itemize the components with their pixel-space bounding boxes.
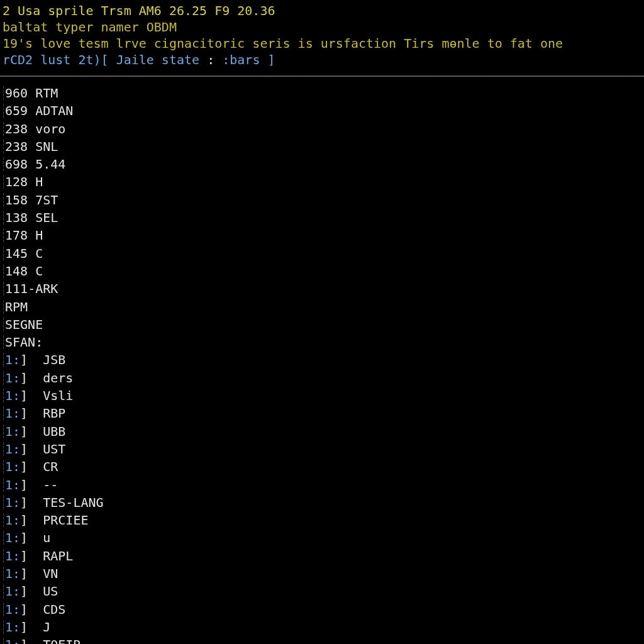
list-item[interactable]: SFAN: xyxy=(5,333,104,351)
index-marker: 1: xyxy=(5,424,20,439)
row-label: 5.44 xyxy=(28,157,65,172)
list-item[interactable]: 1:] RBP xyxy=(5,404,104,422)
row-label: CR xyxy=(28,459,58,474)
list-item[interactable]: 128 H xyxy=(5,173,104,191)
header-line-1: 2 Usa sprile Trsm AM6 26.25 F9 20.36 xyxy=(3,3,644,19)
list-item[interactable]: 1:] VN xyxy=(5,565,104,582)
prompt-mid-label: Jaile state xyxy=(116,52,199,67)
list-item[interactable]: 1:] US xyxy=(5,582,104,600)
header-line-2-text: baltat typer namer OBDM xyxy=(3,19,177,35)
row-label: RBP xyxy=(28,406,65,421)
row-label: TOEIR xyxy=(28,637,80,644)
row-label: 7ST xyxy=(28,192,58,208)
row-label: UST xyxy=(28,441,65,457)
terminal-header: 2 Usa sprile Trsm AM6 26.25 F9 20.36 bal… xyxy=(0,3,644,68)
bracket-icon: ] xyxy=(20,530,28,545)
list-item[interactable]: 1:] CDS xyxy=(5,601,104,618)
list-item[interactable]: 1:] -- xyxy=(5,476,104,494)
list-item[interactable]: 1:] RAPL xyxy=(5,547,104,565)
bracket-icon: ] xyxy=(20,602,28,617)
index-marker: 1: xyxy=(5,566,20,581)
row-number: 158 xyxy=(5,192,28,208)
row-number: 238 xyxy=(5,139,28,154)
output-content[interactable]: 960 RTM659 ADTAN238 voro238 SNL698 5.441… xyxy=(4,84,104,644)
row-number: 111 xyxy=(5,281,28,296)
prompt-right: :bars ] xyxy=(222,52,275,67)
row-number: 128 xyxy=(5,174,28,189)
index-marker: 1: xyxy=(5,441,20,457)
list-item[interactable]: 1:] CR xyxy=(5,458,104,475)
list-item[interactable]: 1:] UST xyxy=(5,440,104,458)
row-label: ADTAN xyxy=(28,103,73,118)
list-item[interactable]: 178 H xyxy=(5,226,104,244)
list-item[interactable]: 148 C xyxy=(5,262,104,280)
list-item[interactable]: 1:] ders xyxy=(5,369,104,387)
list-item[interactable]: 1:] J xyxy=(5,618,104,636)
row-label: US xyxy=(28,584,58,599)
row-number: 238 xyxy=(5,121,28,136)
list-item[interactable]: 111-ARK xyxy=(5,280,104,297)
row-number: 659 xyxy=(5,103,28,118)
row-label: u xyxy=(28,530,50,545)
row-label: Vsli xyxy=(28,388,73,403)
bracket-icon: ] xyxy=(20,495,28,510)
index-marker: 1: xyxy=(5,584,20,599)
list-item[interactable]: 1:] JSB xyxy=(5,351,104,369)
list-item[interactable]: 659 ADTAN xyxy=(5,102,104,119)
list-item[interactable]: 1:] UBB xyxy=(5,423,104,440)
list-item[interactable]: 960 RTM xyxy=(5,84,104,102)
row-label: RPM xyxy=(5,299,28,314)
list-item[interactable]: 1:] TES-LANG xyxy=(5,494,104,511)
index-marker: 1: xyxy=(5,513,20,528)
bracket-icon: ] xyxy=(20,548,28,564)
header-line-3: 19's love tesm lrve cignacitoric seris i… xyxy=(3,35,644,52)
list-item[interactable]: RPM xyxy=(5,298,104,316)
bracket-icon: ] xyxy=(20,370,28,386)
index-marker: 1: xyxy=(5,370,20,386)
list-item[interactable]: 1:] TOEIR xyxy=(5,636,104,644)
row-label: ders xyxy=(28,370,73,386)
row-label: RTM xyxy=(28,86,58,101)
row-label: H xyxy=(28,174,43,189)
row-label: VN xyxy=(28,566,58,581)
row-label: JSB xyxy=(28,352,65,367)
list-item[interactable]: 1:] Vsli xyxy=(5,387,104,404)
index-marker: 1: xyxy=(5,619,20,635)
row-label: SEL xyxy=(28,210,58,225)
bracket-icon: ] xyxy=(20,424,28,439)
row-number: 698 xyxy=(5,157,28,172)
bracket-icon: ] xyxy=(20,406,28,421)
bracket-icon: ] xyxy=(20,513,28,528)
index-marker: 1: xyxy=(5,495,20,510)
bracket-icon: ] xyxy=(20,459,28,474)
index-marker: 1: xyxy=(5,406,20,421)
header-line-2: baltat typer namer OBDM xyxy=(3,19,644,35)
list-item[interactable]: 238 SNL xyxy=(5,138,104,155)
list-item[interactable]: 238 voro xyxy=(5,120,104,138)
index-marker: 1: xyxy=(5,637,20,644)
row-label: CDS xyxy=(28,602,65,617)
bracket-icon: ] xyxy=(20,584,28,599)
row-label: C xyxy=(28,246,43,261)
row-label: voro xyxy=(28,121,65,136)
terminal-window[interactable]: 2 Usa sprile Trsm AM6 26.25 F9 20.36 bal… xyxy=(0,0,644,644)
index-marker: 1: xyxy=(5,352,20,367)
list-item[interactable]: 158 7ST xyxy=(5,191,104,209)
list-item[interactable]: 145 C xyxy=(5,245,104,262)
row-number: 148 xyxy=(5,264,28,279)
row-label: J xyxy=(28,619,50,635)
index-marker: 1: xyxy=(5,477,20,492)
list-item[interactable]: 138 SEL xyxy=(5,209,104,226)
prompt-line[interactable]: rCD2 lust 2t)[ Jaile state : :bars ] xyxy=(3,52,644,68)
index-marker: 1: xyxy=(5,459,20,474)
row-label: -ARK xyxy=(28,281,58,296)
row-label: SNL xyxy=(28,139,58,154)
row-label: PRCIEE xyxy=(28,513,88,528)
list-item[interactable]: SEGNE xyxy=(5,316,104,333)
list-item[interactable]: 698 5.44 xyxy=(5,155,104,173)
row-number: 960 xyxy=(5,86,28,101)
header-line-3-text: 19's love tesm lrve cignacitoric seris i… xyxy=(3,36,563,51)
list-item[interactable]: 1:] PRCIEE xyxy=(5,511,104,529)
row-label: SEGNE xyxy=(5,317,43,332)
list-item[interactable]: 1:] u xyxy=(5,529,104,547)
